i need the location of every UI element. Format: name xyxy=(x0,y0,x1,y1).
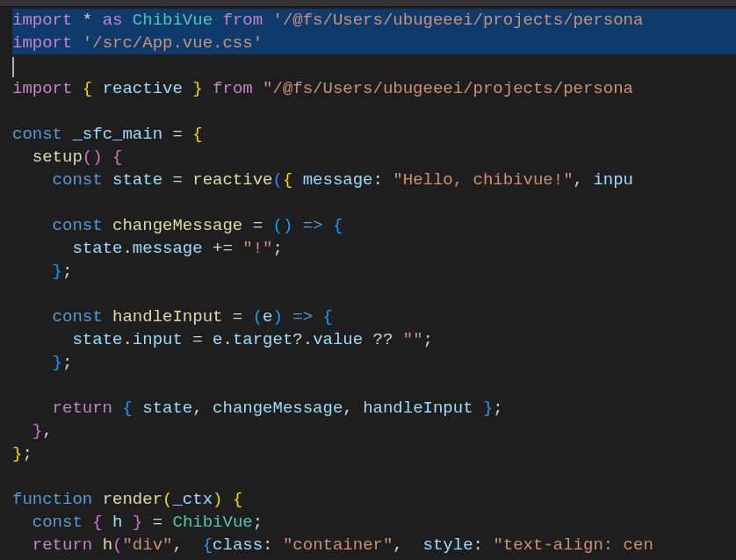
code-line[interactable]: import * as ChibiVue from '/@fs/Users/ub… xyxy=(12,9,736,32)
token-ident xyxy=(203,239,213,258)
token-ident xyxy=(92,535,102,555)
token-ident xyxy=(583,170,593,190)
code-line[interactable]: return h("div", {class: "container", sty… xyxy=(12,534,736,556)
token-keyword: as xyxy=(103,11,123,30)
code-line[interactable] xyxy=(12,100,736,123)
code-line[interactable]: const handleInput = (e) => { xyxy=(12,305,736,328)
token-paren: { xyxy=(283,170,292,190)
token-ident xyxy=(183,79,192,98)
token-ident xyxy=(12,216,53,235)
token-funcdecl: render xyxy=(103,490,162,509)
token-paren3: { xyxy=(323,307,333,327)
token-property: value xyxy=(313,330,363,349)
token-property: target xyxy=(233,330,292,349)
code-line[interactable]: }; xyxy=(12,442,736,465)
token-const: const xyxy=(53,216,103,235)
token-funcdecl: changeMessage xyxy=(112,216,242,235)
token-paren2: } xyxy=(133,513,142,532)
token-const: => xyxy=(292,307,313,327)
token-const: const xyxy=(12,125,62,144)
code-line[interactable]: const state = reactive({ message: "Hello… xyxy=(12,169,736,191)
token-ident xyxy=(183,125,192,144)
token-ident xyxy=(203,330,213,349)
token-operator: = xyxy=(192,330,202,349)
token-ident xyxy=(253,79,263,98)
token-ident xyxy=(233,239,242,258)
token-ident xyxy=(353,398,363,418)
token-paren: ( xyxy=(162,490,172,509)
token-string: '/@fs/Users/ubugeeei/projects/persona xyxy=(273,11,644,30)
token-ident xyxy=(273,535,283,555)
code-line[interactable] xyxy=(12,283,736,305)
code-line[interactable]: const changeMessage = () => { xyxy=(12,214,736,237)
code-line[interactable]: const _sfc_main = { xyxy=(12,123,736,146)
token-ident xyxy=(142,513,152,532)
code-line[interactable] xyxy=(12,191,736,214)
token-punct: , xyxy=(343,398,352,418)
token-property: state xyxy=(142,398,192,418)
token-string: "text-align: cen xyxy=(493,535,653,555)
code-line[interactable]: return { state, changeMessage, handleInp… xyxy=(12,397,736,420)
token-paren3: ( xyxy=(272,170,282,190)
token-paren3: ) xyxy=(272,307,282,327)
token-funcdecl: handleInput xyxy=(112,307,222,327)
token-const: const xyxy=(53,307,103,327)
code-line[interactable]: }; xyxy=(12,351,736,374)
code-line[interactable]: import { reactive } from "/@fs/Users/ubu… xyxy=(12,77,736,100)
token-punct: ; xyxy=(22,444,32,463)
token-property: state xyxy=(112,170,162,190)
token-punct: ; xyxy=(62,353,72,372)
code-line[interactable]: const { h } = ChibiVue; xyxy=(12,511,736,534)
token-punct: . xyxy=(122,239,132,258)
token-ident xyxy=(12,239,72,258)
token-ident xyxy=(242,307,252,327)
token-paren3: { xyxy=(122,398,132,418)
token-type: ChibiVue xyxy=(133,11,213,30)
token-ident xyxy=(133,398,142,418)
token-ident xyxy=(62,125,72,144)
token-const: const xyxy=(53,170,103,190)
code-line[interactable]: state.message += "!"; xyxy=(12,237,736,260)
token-ident xyxy=(292,170,302,190)
token-func: h xyxy=(103,535,112,555)
token-ident xyxy=(103,513,112,532)
token-ident xyxy=(183,330,192,349)
code-line[interactable]: state.input = e.target?.value ?? ""; xyxy=(12,328,736,351)
code-line[interactable] xyxy=(12,54,736,77)
token-keyword: from xyxy=(222,11,263,30)
token-string: "/@fs/Users/ubugeeei/projects/persona xyxy=(263,79,633,98)
token-const: => xyxy=(303,216,323,235)
token-string: "" xyxy=(403,330,423,349)
code-line[interactable]: setup() { xyxy=(12,146,736,169)
token-ident xyxy=(222,307,232,327)
token-ident xyxy=(103,307,112,327)
code-line[interactable]: }, xyxy=(12,420,736,442)
horizontal-scrollbar-track[interactable] xyxy=(0,0,736,7)
code-line[interactable]: function render(_ctx) { xyxy=(12,488,736,511)
token-punct: : xyxy=(263,535,272,555)
token-ident xyxy=(122,11,132,30)
token-operator: += xyxy=(213,239,233,258)
token-string: "!" xyxy=(242,239,272,258)
code-line[interactable]: }; xyxy=(12,260,736,283)
code-line[interactable]: import '/src/App.vue.css' xyxy=(12,32,736,54)
token-punct: , xyxy=(393,535,402,555)
token-property: inpu xyxy=(593,170,633,190)
token-paren2: ( xyxy=(112,535,122,555)
token-paren3: } xyxy=(53,353,62,372)
token-ident xyxy=(183,170,192,190)
token-ident xyxy=(203,79,213,98)
token-ident xyxy=(12,353,53,372)
text-cursor xyxy=(12,57,14,77)
token-punct: ; xyxy=(493,398,502,418)
code-editor[interactable]: import * as ChibiVue from '/@fs/Users/ub… xyxy=(0,7,736,556)
token-operator: * xyxy=(72,11,102,30)
code-line[interactable] xyxy=(12,374,736,397)
token-paren3: } xyxy=(53,262,62,281)
token-ident xyxy=(103,147,112,167)
token-property: message xyxy=(133,239,203,258)
token-keyword: import xyxy=(12,11,72,30)
token-operator: = xyxy=(172,125,182,144)
code-line[interactable] xyxy=(12,465,736,488)
token-punct: . xyxy=(122,330,132,349)
